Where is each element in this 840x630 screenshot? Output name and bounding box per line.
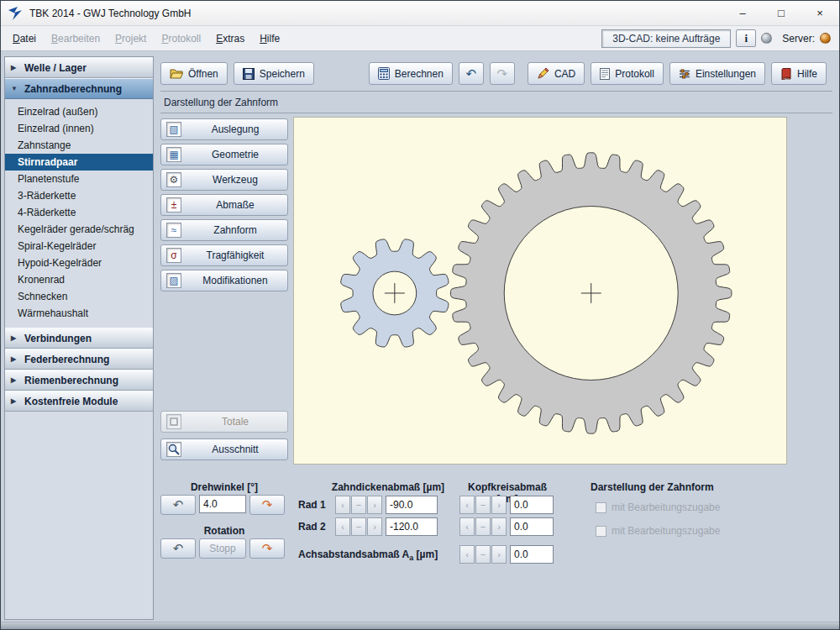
sidebar-item-3-raederkette[interactable]: 3-Räderkette: [5, 187, 153, 204]
sidebar-section-zahnradberechnung[interactable]: ▼ Zahnradberechnung: [5, 78, 153, 99]
redo-button[interactable]: ↷: [490, 62, 515, 85]
rotation-angle-label: Drehwinkel [°]: [160, 481, 288, 493]
spin-left-button[interactable]: ‹: [459, 517, 475, 536]
maximize-button[interactable]: □: [765, 3, 797, 24]
redo-icon: ↷: [497, 67, 508, 80]
info-button[interactable]: i: [736, 29, 756, 47]
rad1-thickness-input[interactable]: [386, 496, 438, 514]
menu-item-extras[interactable]: Extras: [209, 29, 251, 49]
sidebar-item-stirnradpaar[interactable]: Stirnradpaar: [5, 154, 153, 171]
sidebar-item-kronenrad[interactable]: Kronenrad: [5, 271, 153, 288]
checkbox-allowance-1[interactable]: mit Bearbeitungszugabe: [596, 501, 720, 513]
sidebar-section-verbindungen[interactable]: ▶ Verbindungen: [5, 328, 153, 349]
save-icon: [243, 68, 255, 80]
rad2-tip-input[interactable]: [510, 517, 554, 536]
minimize-button[interactable]: –: [727, 3, 759, 24]
tolerance-icon: ±: [166, 197, 181, 213]
rotation-ccw-button[interactable]: ↶: [160, 538, 196, 559]
section-label: Zahnradberechnung: [24, 83, 122, 95]
sidebar-item-hypoid-kegelraeder[interactable]: Hypoid-Kegelräder: [5, 255, 153, 271]
rad1-tip-spinner: ‹ − ›: [459, 496, 507, 514]
sidebar-item-spiral-kegelraeder[interactable]: Spiral-Kegelräder: [5, 238, 153, 255]
rad2-thickness-input[interactable]: [386, 517, 438, 536]
help-button[interactable]: Hilfe: [771, 62, 827, 85]
spin-right-button[interactable]: ›: [491, 517, 507, 536]
rad2-thickness-spinner: ‹ − ›: [335, 517, 382, 536]
angle-cw-button[interactable]: ↷: [249, 495, 285, 515]
tab-auslegung[interactable]: ▧ Auslegung: [160, 118, 288, 140]
spin-right-button[interactable]: ›: [367, 517, 382, 536]
menu-item-bearbeiten[interactable]: Bearbeiten: [45, 29, 107, 49]
magnifier-icon: [166, 442, 181, 457]
clip-view-button[interactable]: Ausschnitt: [160, 438, 288, 460]
axis-distance-label: Achsabstandsabmaß Aa [µm]: [298, 549, 438, 562]
tab-werkzeug[interactable]: ⚙ Werkzeug: [160, 169, 288, 191]
rad1-label: Rad 1: [298, 499, 326, 511]
undo-button[interactable]: ↶: [459, 62, 484, 85]
tab-tragfaehigkeit[interactable]: σ Tragfähigkeit: [160, 244, 288, 266]
tab-geometrie[interactable]: ▦ Geometrie: [160, 144, 288, 165]
total-view-button[interactable]: Totale: [160, 411, 288, 433]
axis-distance-input[interactable]: [510, 545, 554, 564]
calculate-button[interactable]: Berechnen: [369, 62, 453, 85]
protocol-button[interactable]: Protokoll: [591, 62, 664, 85]
sidebar-item-list: Einzelrad (außen) Einzelrad (innen) Zahn…: [5, 99, 153, 328]
sidebar-item-zahnstange[interactable]: Zahnstange: [5, 137, 153, 154]
tab-zahnform[interactable]: ≈ Zahnform: [160, 219, 288, 241]
section-label: Kostenfreie Module: [24, 396, 118, 407]
sidebar-filler: [5, 412, 153, 619]
open-button[interactable]: Öffnen: [160, 62, 228, 85]
angle-ccw-button[interactable]: ↶: [160, 495, 196, 515]
rotation-cw-button[interactable]: ↷: [249, 538, 285, 559]
close-button[interactable]: ×: [804, 3, 836, 24]
rotate-cw-icon: ↷: [262, 541, 273, 556]
tab-abmasse[interactable]: ± Abmaße: [160, 194, 288, 216]
gear-diagram: [294, 118, 786, 464]
spin-right-button[interactable]: ›: [491, 545, 507, 564]
save-button[interactable]: Speichern: [234, 62, 314, 85]
spin-right-button[interactable]: ›: [491, 496, 507, 514]
rotation-angle-input[interactable]: [199, 495, 246, 513]
tab-modifikationen[interactable]: ▨ Modifikationen: [160, 270, 288, 291]
sidebar-item-schnecken[interactable]: Schnecken: [5, 288, 153, 305]
help-book-icon: [780, 68, 792, 80]
spin-minus-button[interactable]: −: [475, 545, 491, 564]
rotate-ccw-icon: ↶: [173, 541, 184, 556]
spin-left-button[interactable]: ‹: [335, 517, 350, 536]
spin-minus-button[interactable]: −: [351, 496, 366, 514]
sidebar-item-einzelrad-aussen[interactable]: Einzelrad (außen): [5, 103, 153, 120]
section-label: Verbindungen: [24, 333, 92, 344]
sidebar-item-waermehaushalt[interactable]: Wärmehaushalt: [5, 305, 153, 322]
sidebar-item-einzelrad-innen[interactable]: Einzelrad (innen): [5, 120, 153, 137]
sidebar-section-welle-lager[interactable]: ▶ Welle / Lager: [5, 57, 153, 78]
sidebar-item-4-raederkette[interactable]: 4-Räderkette: [5, 204, 153, 221]
gear-tool-icon: ⚙: [166, 172, 181, 187]
menu-item-protokoll[interactable]: Protokoll: [155, 29, 207, 49]
spin-right-button[interactable]: ›: [367, 496, 382, 514]
menu-item-datei[interactable]: Datei: [6, 29, 43, 49]
cad-button[interactable]: CAD: [528, 62, 585, 85]
sidebar-section-riemenberechnung[interactable]: ▶ Riemenberechnung: [5, 370, 153, 391]
gear-canvas: [293, 117, 787, 465]
rotate-cw-icon: ↷: [262, 497, 273, 512]
spin-left-button[interactable]: ‹: [459, 496, 475, 514]
sidebar-item-kegelraeder[interactable]: Kegelräder gerade/schräg: [5, 221, 153, 238]
menu-item-hilfe[interactable]: Hilfe: [253, 29, 286, 49]
section-label: Riemenberechnung: [24, 375, 118, 386]
stop-button[interactable]: Stopp: [199, 538, 246, 559]
chevron-right-icon: ▶: [11, 64, 18, 71]
rad1-tip-input[interactable]: [510, 496, 554, 514]
spin-minus-button[interactable]: −: [475, 517, 491, 536]
sidebar-item-planetenstufe[interactable]: Planetenstufe: [5, 171, 153, 187]
checkbox-allowance-2[interactable]: mit Bearbeitungszugabe: [596, 525, 720, 537]
menu-item-projekt[interactable]: Projekt: [108, 29, 153, 49]
spin-left-button[interactable]: ‹: [335, 496, 350, 514]
rotation-row: ↶ Stopp ↷: [160, 538, 288, 559]
settings-button[interactable]: Einstellungen: [669, 62, 765, 85]
spin-minus-button[interactable]: −: [475, 496, 491, 514]
spin-left-button[interactable]: ‹: [459, 545, 475, 564]
sidebar-section-kostenfreie-module[interactable]: ▶ Kostenfreie Module: [5, 391, 153, 412]
rad2-label: Rad 2: [298, 521, 326, 533]
spin-minus-button[interactable]: −: [351, 517, 366, 536]
sidebar-section-federberechnung[interactable]: ▶ Federberechnung: [5, 349, 153, 370]
